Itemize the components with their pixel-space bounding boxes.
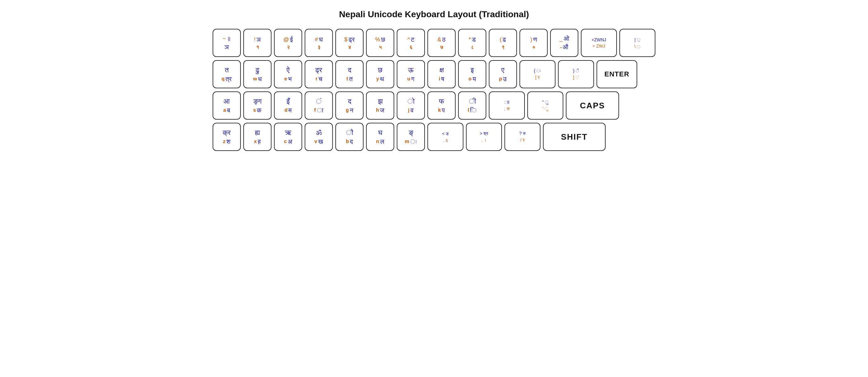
key[interactable]: } ◌ै ] ◌ं <box>558 60 594 88</box>
key[interactable]: फ kप <box>427 91 456 120</box>
key-top: ऊ <box>397 66 424 74</box>
key[interactable]: _ओ -औ <box>550 29 578 57</box>
key[interactable]: < ड , s <box>427 123 463 151</box>
key[interactable]: : ठ ; स <box>489 91 525 120</box>
key-top: &ठ <box>428 36 455 43</box>
key[interactable]: | ◌़ \ ◌ <box>619 29 655 57</box>
key[interactable]: ऋ cअ <box>274 123 302 151</box>
key[interactable]: $ढ्र ४ <box>335 29 364 57</box>
key-top: ◌ी <box>459 97 486 105</box>
key-top: आ <box>213 97 240 105</box>
key-top: )ण <box>520 36 547 43</box>
key[interactable]: ~॥ ञ <box>213 29 241 57</box>
key-bottom: ७ <box>428 44 455 50</box>
key-top-line: < ड <box>442 131 449 136</box>
key-bottom: qत्र <box>213 75 240 83</box>
key[interactable]: (ढ ९ <box>489 29 517 57</box>
key-top: #घ <box>305 36 332 43</box>
key-bottom: ६ <box>397 44 424 50</box>
key-top: _ओ <box>551 35 578 42</box>
key-top: ह्य <box>244 129 271 137</box>
key[interactable]: SHIFT <box>543 123 606 151</box>
key-top-line: > श्र <box>480 131 488 136</box>
key[interactable]: इ oय <box>458 60 486 88</box>
key-top-line: { ◌ः <box>534 68 541 73</box>
page-title: Nepali Unicode Keyboard Layout (Traditio… <box>339 9 529 20</box>
key[interactable]: ॐ vख <box>305 123 333 151</box>
key[interactable]: ढ्र rच <box>305 60 333 88</box>
key[interactable]: घ nल <box>366 123 394 151</box>
key[interactable]: @ई २ <box>274 29 302 57</box>
key[interactable]: )ण ० <box>520 29 548 57</box>
key-top: ॐ <box>305 129 332 137</box>
key-top: ◌ौ <box>336 129 363 137</box>
key-bottom: cअ <box>275 138 302 145</box>
key[interactable]: ^ट ६ <box>397 29 425 57</box>
key-bottom: uग <box>397 75 424 83</box>
key[interactable]: !ञ १ <box>243 29 272 57</box>
key[interactable]: क्र zश <box>213 123 241 151</box>
key-bottom: yथ <box>367 75 394 83</box>
key[interactable]: त qत्र <box>213 60 241 88</box>
key[interactable]: ङ् m◌ः <box>397 123 425 151</box>
key[interactable]: ENTER <box>596 60 637 88</box>
key-bottom: aब <box>213 107 240 114</box>
key[interactable]: इँ dम <box>274 91 302 120</box>
key[interactable]: झ hज <box>366 91 394 120</box>
key[interactable]: CAPS <box>566 91 619 120</box>
key-bottom: f◌ा <box>305 107 332 114</box>
key[interactable]: क्ष iष <box>427 60 456 88</box>
key[interactable]: ऊ uग <box>397 60 425 88</box>
key-top: इ <box>459 66 486 74</box>
key[interactable]: %छ ५ <box>366 29 394 57</box>
key[interactable]: द gन <box>335 91 364 120</box>
key-top: क्र <box>213 129 240 137</box>
keyboard-row: ~॥ ञ !ञ १ @ई २ #घ ३ $ढ्र ४ %छ ५ ^ट ६ &ठ <box>213 29 655 57</box>
key-bottom: oय <box>459 75 486 83</box>
key[interactable]: " ◌ु ' ◌ू <box>527 91 563 120</box>
key[interactable]: ह्य xह <box>243 123 272 151</box>
key[interactable]: ? रु / र <box>504 123 540 151</box>
key-bottom: १ <box>244 44 271 50</box>
key[interactable]: ए pउ <box>489 60 517 88</box>
key-bottom: dम <box>275 107 302 114</box>
key[interactable]: &ठ ७ <box>427 29 456 57</box>
key[interactable]: ◌ौ bद <box>335 123 364 151</box>
key[interactable]: *ड ८ <box>458 29 486 57</box>
key-bottom: jव <box>397 107 424 114</box>
key-top: $ढ्र <box>336 36 363 43</box>
key-top: छ <box>367 66 394 74</box>
key[interactable]: ढु wध <box>243 60 272 88</box>
key[interactable]: { ◌ः [ र <box>520 60 556 88</box>
key[interactable]: द tत <box>335 60 364 88</box>
key[interactable]: ◌ी l◌ि <box>458 91 486 120</box>
key-top: त <box>213 66 240 74</box>
key-bottom: २ <box>275 44 302 50</box>
key-top-line: " ◌ु <box>542 100 549 105</box>
key-bottom: gन <box>336 107 363 114</box>
key[interactable]: +​ZWNJ = ZWJ <box>581 29 617 57</box>
key-bottom: ८ <box>459 44 486 50</box>
key-top: ऋ <box>275 129 302 137</box>
key[interactable]: > श्र . । <box>466 123 502 151</box>
key[interactable]: ङ्ग sक <box>243 91 272 120</box>
keyboard-layout: ~॥ ञ !ञ १ @ई २ #घ ३ $ढ्र ४ %छ ५ ^ट ६ &ठ <box>213 29 655 151</box>
key[interactable]: ऐ eभ <box>274 60 302 88</box>
key-bottom: ञ <box>213 43 240 51</box>
key-bottom-line: , s <box>443 138 448 143</box>
key-top: ढ्र <box>305 66 332 74</box>
key-bottom-line: [ र <box>535 75 540 80</box>
key-bottom: wध <box>244 75 271 83</box>
key[interactable]: ◌ं f◌ा <box>305 91 333 120</box>
key-bottom-line: \ ◌ <box>634 44 641 49</box>
key[interactable]: आ aब <box>213 91 241 120</box>
key[interactable]: #घ ३ <box>305 29 333 57</box>
key-bottom-line: ] ◌ं <box>573 75 579 80</box>
key[interactable]: ◌ो jव <box>397 91 425 120</box>
key-top: ◌ं <box>305 97 332 105</box>
key-top: द <box>336 97 363 105</box>
key-top: फ <box>428 97 455 105</box>
key[interactable]: छ yथ <box>366 60 394 88</box>
key-bottom: ९ <box>489 44 516 50</box>
key-top: (ढ <box>489 36 516 43</box>
